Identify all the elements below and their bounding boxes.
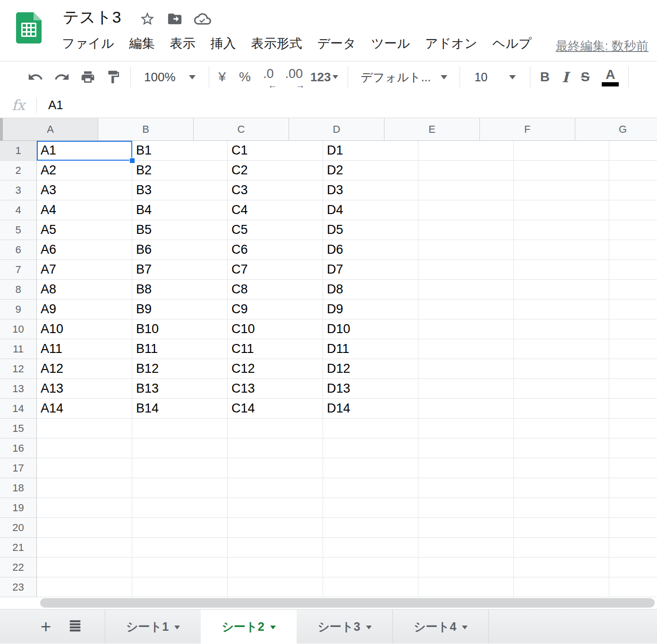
cell-D23[interactable] [323, 577, 418, 597]
cell-F11[interactable] [514, 339, 609, 359]
row-header-17[interactable]: 17 [0, 458, 37, 478]
cell-C5[interactable]: C5 [228, 220, 323, 240]
sheet-tab-4[interactable]: シート4 [392, 610, 488, 644]
cell-D13[interactable]: D13 [323, 379, 418, 399]
menu-item-2[interactable]: 編集 [129, 35, 155, 52]
star-icon[interactable] [139, 11, 155, 27]
cell-E14[interactable] [418, 399, 514, 419]
sheet-tab-2[interactable]: シート2 [201, 610, 297, 644]
cell-G13[interactable] [609, 379, 657, 399]
sheet-tab-1[interactable]: シート1 [105, 610, 201, 644]
decrease-decimal-button[interactable]: .0 ← [263, 67, 274, 88]
cell-D3[interactable]: D3 [323, 180, 418, 200]
cell-G15[interactable] [609, 419, 657, 438]
cell-F20[interactable] [514, 518, 609, 538]
cell-D12[interactable]: D12 [323, 359, 418, 379]
cell-D8[interactable]: D8 [323, 280, 418, 300]
cell-A14[interactable]: A14 [37, 399, 132, 419]
cell-E20[interactable] [418, 518, 514, 538]
cell-C7[interactable]: C7 [228, 260, 323, 280]
column-header-F[interactable]: F [480, 118, 575, 141]
cell-G11[interactable] [609, 339, 657, 359]
cell-A17[interactable] [37, 458, 132, 478]
cell-E8[interactable] [418, 280, 514, 300]
cell-G18[interactable] [609, 478, 657, 498]
row-header-2[interactable]: 2 [0, 161, 37, 180]
cell-F7[interactable] [514, 260, 609, 280]
cell-E12[interactable] [418, 359, 514, 379]
row-header-23[interactable]: 23 [0, 577, 37, 597]
cell-C11[interactable]: C11 [228, 339, 323, 359]
zoom-select[interactable]: 100% [140, 70, 199, 85]
cell-D21[interactable] [323, 538, 418, 558]
cell-D20[interactable] [323, 518, 418, 538]
strikethrough-button[interactable]: S [581, 69, 590, 85]
cell-G12[interactable] [609, 359, 657, 379]
menu-item-8[interactable]: アドオン [425, 35, 478, 52]
cell-G3[interactable] [609, 180, 657, 200]
cell-C19[interactable] [228, 498, 323, 518]
cell-B4[interactable]: B4 [132, 200, 228, 220]
cell-C14[interactable]: C14 [228, 399, 323, 419]
cell-E15[interactable] [418, 419, 514, 438]
column-header-A[interactable]: A [3, 118, 98, 141]
cell-C13[interactable]: C13 [228, 379, 323, 399]
cell-C6[interactable]: C6 [228, 240, 323, 260]
cell-E18[interactable] [418, 478, 514, 498]
row-header-21[interactable]: 21 [0, 538, 37, 558]
cell-B23[interactable] [132, 577, 228, 597]
cell-D1[interactable]: D1 [323, 141, 418, 161]
cell-B13[interactable]: B13 [132, 379, 228, 399]
cell-B16[interactable] [132, 438, 228, 458]
cell-C8[interactable]: C8 [228, 280, 323, 300]
cell-C16[interactable] [228, 438, 323, 458]
cell-A6[interactable]: A6 [37, 240, 132, 260]
cell-B7[interactable]: B7 [132, 260, 228, 280]
cell-A10[interactable]: A10 [37, 319, 132, 339]
cell-C23[interactable] [228, 577, 323, 597]
row-header-10[interactable]: 10 [0, 319, 37, 339]
cell-D15[interactable] [323, 419, 418, 438]
cell-C1[interactable]: C1 [228, 141, 323, 161]
increase-decimal-button[interactable]: .00 → [285, 67, 303, 88]
cell-G7[interactable] [609, 260, 657, 280]
cell-B18[interactable] [132, 478, 228, 498]
cell-F23[interactable] [514, 577, 609, 597]
row-header-1[interactable]: 1 [0, 141, 37, 161]
row-header-12[interactable]: 12 [0, 359, 37, 379]
row-header-7[interactable]: 7 [0, 260, 37, 280]
cloud-saved-icon[interactable] [194, 10, 211, 27]
cell-E21[interactable] [418, 538, 514, 558]
cell-A22[interactable] [37, 558, 132, 577]
row-header-4[interactable]: 4 [0, 200, 37, 220]
cell-E2[interactable] [418, 161, 514, 180]
cell-D7[interactable]: D7 [323, 260, 418, 280]
cell-F5[interactable] [514, 220, 609, 240]
menu-item-4[interactable]: 挿入 [211, 35, 236, 52]
text-color-button[interactable]: A [602, 68, 619, 86]
cell-E23[interactable] [418, 577, 514, 597]
menu-item-1[interactable]: ファイル [62, 35, 114, 52]
cell-D5[interactable]: D5 [323, 220, 418, 240]
font-family-select[interactable]: デフォルト... [358, 69, 450, 85]
row-header-14[interactable]: 14 [0, 399, 37, 419]
cell-G8[interactable] [609, 280, 657, 300]
cell-C2[interactable]: C2 [228, 161, 323, 180]
cell-A5[interactable]: A5 [37, 220, 132, 240]
row-header-16[interactable]: 16 [0, 438, 37, 458]
cell-G19[interactable] [609, 498, 657, 518]
cell-G6[interactable] [609, 240, 657, 260]
cell-G17[interactable] [609, 458, 657, 478]
column-header-C[interactable]: C [194, 118, 289, 141]
horizontal-scrollbar[interactable] [40, 598, 655, 608]
cell-A15[interactable] [37, 419, 132, 438]
fill-handle[interactable] [129, 158, 135, 163]
row-header-9[interactable]: 9 [0, 300, 37, 319]
cell-B21[interactable] [132, 538, 228, 558]
cell-E16[interactable] [418, 438, 514, 458]
undo-icon[interactable] [27, 69, 43, 85]
cell-C21[interactable] [228, 538, 323, 558]
cell-A3[interactable]: A3 [37, 180, 132, 200]
formula-input[interactable]: A1 [48, 98, 63, 112]
menu-item-5[interactable]: 表示形式 [251, 35, 302, 52]
